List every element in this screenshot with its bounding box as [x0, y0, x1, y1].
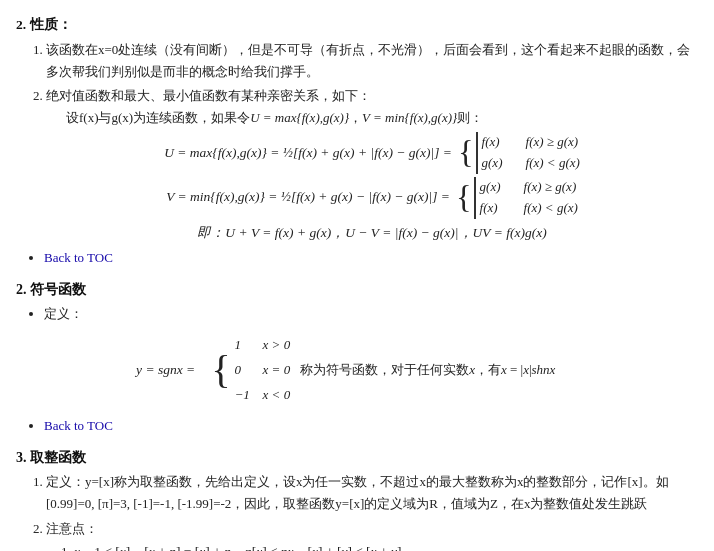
brace-left-sgn: { [211, 355, 230, 385]
back-to-toc-link-2[interactable]: Back to TOC [44, 418, 113, 433]
brace-left-v: { [456, 184, 472, 212]
floor-item-1: 定义：y=[x]称为取整函数，先给出定义，设x为任一实数，不超过x的最大整数称为… [46, 471, 698, 515]
piecewise-u: f(x)f(x) ≥ g(x) g(x)f(x) < g(x) [476, 132, 580, 174]
formula-conclusion: 即：U + V = f(x) + g(x)，U − V = |f(x) − g(… [46, 222, 698, 245]
sign-def-item: 定义： [44, 303, 698, 325]
property-2-setting: 设f(x)与g(x)为连续函数，如果令U = max{f(x),g(x)}，V … [66, 107, 698, 129]
section-floor-function: 3. 取整函数 定义：y=[x]称为取整函数，先给出定义，设x为任一实数，不超过… [16, 446, 698, 551]
formula-v: V = min{f(x),g(x)} = ½[f(x) + g(x) − |f(… [46, 177, 698, 219]
piecewise-v: g(x)f(x) ≥ g(x) f(x)f(x) < g(x) [474, 177, 578, 219]
brace-left-u: { [458, 139, 474, 167]
floor-item-2-label: 注意点： [46, 521, 98, 536]
property-1-text: 该函数在x=0处连续（没有间断），但是不可导（有折点，不光滑），后面会看到，这个… [46, 42, 690, 79]
floor-list: 定义：y=[x]称为取整函数，先给出定义，设x为任一实数，不超过x的最大整数称为… [16, 471, 698, 551]
floor-note-1: x − 1 ≤ [x]，[x + n] = [x] + n，n[x] ≤ nx，… [74, 541, 698, 551]
section-2-properties: 2. 性质： 该函数在x=0处连续（没有间断），但是不可导（有折点，不光滑），后… [16, 14, 698, 270]
floor-item-1-text: 定义：y=[x]称为取整函数，先给出定义，设x为任一实数，不超过x的最大整数称为… [46, 474, 669, 511]
section-2-title: 2. 性质： [16, 14, 698, 37]
floor-note-1-text: x − 1 ≤ [x]，[x + n] = [x] + n，n[x] ≤ nx，… [74, 544, 401, 551]
piecewise-sgn: 1x > 0 0x = 0 −1x < 0 [233, 333, 291, 407]
sgn-note: 称为符号函数，对于任何实数x，有x = |x|shnx [300, 359, 555, 381]
back-toc-2-item: Back to TOC [44, 415, 698, 437]
back-toc-1-list: Back to TOC [16, 247, 698, 269]
section-sign-heading: 2. 符号函数 [16, 278, 698, 302]
back-toc-1-item: Back to TOC [44, 247, 698, 269]
formula-u: U = max{f(x),g(x)} = ½[f(x) + g(x) + |f(… [46, 132, 698, 174]
section-floor-heading: 3. 取整函数 [16, 446, 698, 470]
sgnx-formula: y = sgnx = { 1x > 0 0x = 0 −1x < 0 称为符号函… [16, 333, 698, 407]
back-toc-2-list: Back to TOC [16, 415, 698, 437]
properties-list: 该函数在x=0处连续（没有间断），但是不可导（有折点，不光滑），后面会看到，这个… [16, 39, 698, 245]
property-2-intro: 绝对值函数和最大、最小值函数有某种亲密关系，如下： [46, 85, 698, 107]
section-sign-function: 2. 符号函数 定义： y = sgnx = { 1x > 0 0x = 0 −… [16, 278, 698, 438]
back-to-toc-link-1[interactable]: Back to TOC [44, 250, 113, 265]
property-item-2: 绝对值函数和最大、最小值函数有某种亲密关系，如下： 设f(x)与g(x)为连续函… [46, 85, 698, 244]
sign-def-list: 定义： [16, 303, 698, 325]
floor-item-2: 注意点： x − 1 ≤ [x]，[x + n] = [x] + n，n[x] … [46, 518, 698, 551]
floor-notes-list: x − 1 ≤ [x]，[x + n] = [x] + n，n[x] ≤ nx，… [46, 541, 698, 551]
property-item-1: 该函数在x=0处连续（没有间断），但是不可导（有折点，不光滑），后面会看到，这个… [46, 39, 698, 83]
sign-def-label: 定义： [44, 306, 83, 321]
